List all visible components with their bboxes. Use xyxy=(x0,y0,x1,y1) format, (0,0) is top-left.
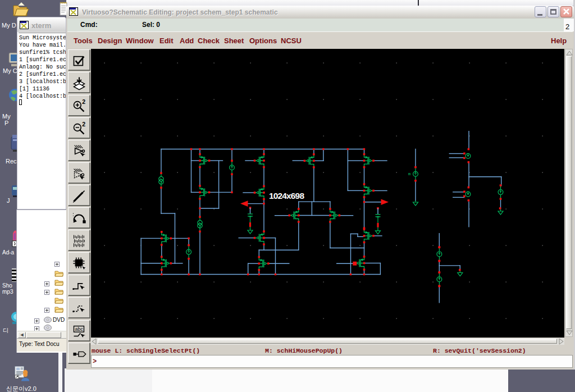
svg-text:2: 2 xyxy=(82,120,85,127)
svg-text:abc: abc xyxy=(75,326,84,332)
svg-text:575x392: 575x392 xyxy=(269,191,304,200)
svg-text:m: m xyxy=(408,172,410,176)
svg-text:2: 2 xyxy=(82,98,85,104)
